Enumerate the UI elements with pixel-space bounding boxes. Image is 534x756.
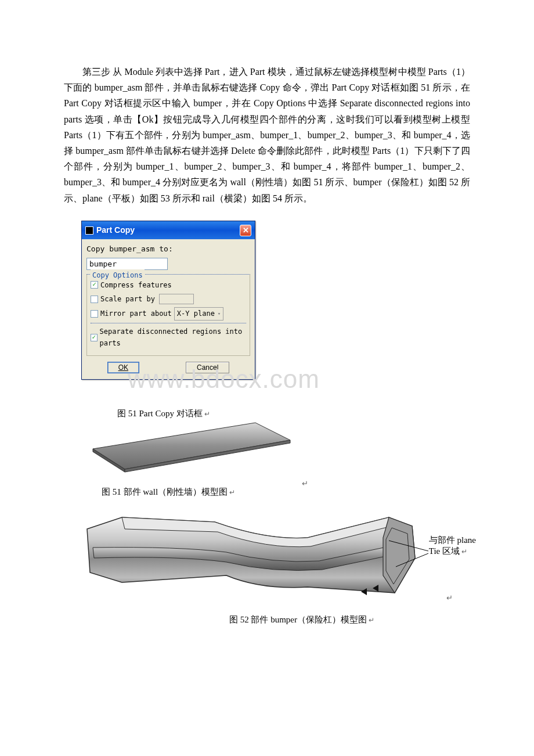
return-icon: ↵ — [229, 488, 235, 496]
wall-model-svg — [81, 417, 302, 475]
copy-name-input[interactable] — [86, 258, 168, 270]
return-icon: ↵ — [369, 616, 374, 624]
mirror-part-label: Mirror part about — [100, 308, 172, 319]
copy-options-fieldset: Copy Options ✓ Compress features Scale p… — [86, 274, 250, 356]
close-icon[interactable]: ✕ — [240, 225, 251, 236]
checkbox-unchecked-icon[interactable] — [91, 310, 98, 318]
scale-part-label: Scale part by — [100, 293, 155, 305]
cancel-button[interactable]: Cancel — [186, 362, 229, 373]
copy-options-legend: Copy Options — [91, 269, 145, 281]
mirror-plane-dropdown[interactable]: X-Y plane ▾ — [174, 307, 223, 320]
return-icon: ↵ — [446, 592, 453, 604]
wall-model-figure: ↵ — [81, 417, 470, 491]
return-icon: ↵ — [302, 479, 308, 488]
app-icon — [85, 226, 93, 235]
bumper-model-figure: 与部件 plane Tie 区域↵ ↵ — [75, 506, 470, 609]
checkbox-unchecked-icon[interactable] — [91, 296, 98, 303]
checkbox-checked-icon[interactable]: ✓ — [91, 334, 98, 341]
return-icon: ↵ — [461, 548, 467, 556]
ok-button[interactable]: OK — [107, 362, 139, 373]
tie-region-annotation: 与部件 plane Tie 区域↵ — [429, 535, 476, 557]
checkbox-checked-icon[interactable]: ✓ — [91, 281, 98, 289]
bumper-model-svg — [75, 506, 435, 604]
copy-prompt: Copy bumper_asm to: — [86, 243, 250, 255]
separate-regions-row[interactable]: ✓ Separate disconnected regions into par… — [91, 326, 246, 350]
scale-part-row[interactable]: Scale part by — [91, 293, 246, 305]
dialog-titlebar: Part Copy ✕ — [82, 221, 255, 240]
body-paragraph: 第三步 从 Module 列表中选择 Part，进入 Part 模块，通过鼠标左… — [64, 64, 470, 206]
chevron-down-icon: ▾ — [218, 309, 221, 318]
dialog-title-text: Part Copy — [96, 224, 135, 237]
separate-regions-label: Separate disconnected regions into parts — [100, 326, 246, 350]
scale-value-input[interactable] — [159, 294, 194, 304]
part-copy-dialog: Part Copy ✕ Copy bumper_asm to: Copy Opt… — [81, 221, 255, 380]
mirror-plane-value: X-Y plane — [177, 308, 215, 319]
mirror-part-row[interactable]: Mirror part about X-Y plane ▾ — [91, 307, 246, 320]
dialog-body: Copy bumper_asm to: Copy Options ✓ Compr… — [82, 239, 255, 379]
figures-area: Part Copy ✕ Copy bumper_asm to: Copy Opt… — [64, 221, 470, 628]
figure-52-bumper-caption: 图 52 部件 bumper（保险杠）模型图↵ — [134, 613, 470, 628]
return-icon: ↵ — [204, 410, 210, 418]
